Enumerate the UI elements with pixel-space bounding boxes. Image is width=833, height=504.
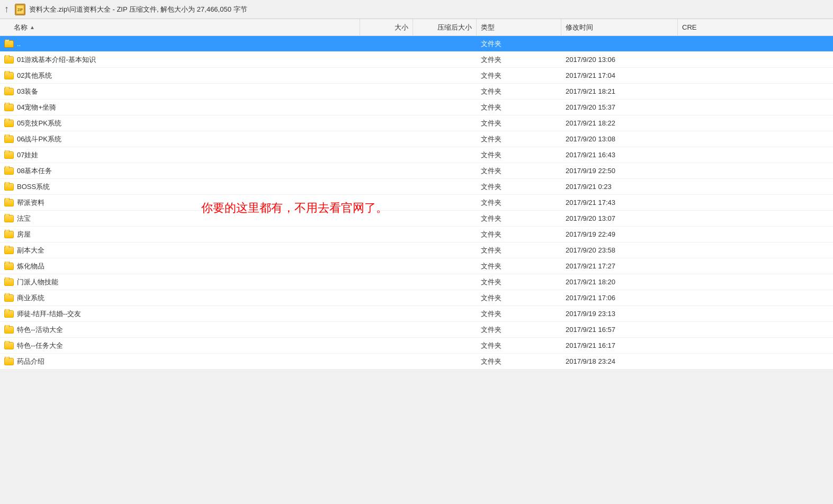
file-name-text: 04宠物+坐骑 bbox=[17, 103, 56, 112]
file-name-cell: 商业系统 bbox=[0, 293, 360, 303]
file-name-cell: .. bbox=[0, 40, 360, 48]
file-name-cell: 07娃娃 bbox=[0, 150, 360, 160]
folder-icon bbox=[4, 151, 14, 159]
file-name-cell: BOSS系统 bbox=[0, 182, 360, 192]
file-name-text: 特色--任务大全 bbox=[17, 341, 63, 350]
file-name-text: BOSS系统 bbox=[17, 182, 50, 192]
table-row[interactable]: 法宝文件夹2017/9/20 13:07 bbox=[0, 211, 833, 227]
file-name-text: 炼化物品 bbox=[17, 262, 44, 271]
col-modified[interactable]: 修改时间 bbox=[561, 19, 678, 35]
table-row[interactable]: 特色--活动大全文件夹2017/9/21 16:57 bbox=[0, 322, 833, 338]
file-type-cell: 文件夹 bbox=[477, 309, 561, 319]
table-row[interactable]: 02其他系统文件夹2017/9/21 17:04 bbox=[0, 68, 833, 84]
file-type-cell: 文件夹 bbox=[477, 87, 561, 96]
file-name-cell: 03装备 bbox=[0, 87, 360, 96]
file-modified-cell: 2017/9/21 16:43 bbox=[561, 151, 678, 159]
table-row[interactable]: 05竞技PK系统文件夹2017/9/21 18:22 bbox=[0, 115, 833, 131]
file-list: ..文件夹01游戏基本介绍-基本知识文件夹2017/9/20 13:0602其他… bbox=[0, 36, 833, 370]
col-crc[interactable]: CRE bbox=[678, 19, 833, 35]
file-name-text: 商业系统 bbox=[17, 293, 44, 303]
table-row[interactable]: 炼化物品文件夹2017/9/21 17:27 bbox=[0, 258, 833, 274]
table-row[interactable]: 08基本任务文件夹2017/9/19 22:50 bbox=[0, 163, 833, 179]
file-type-cell: 文件夹 bbox=[477, 150, 561, 160]
file-type-cell: 文件夹 bbox=[477, 262, 561, 271]
file-type-cell: 文件夹 bbox=[477, 71, 561, 80]
zip-file-icon: ZIP bbox=[15, 4, 25, 15]
table-row[interactable]: 房屋文件夹2017/9/19 22:49 bbox=[0, 227, 833, 242]
table-row[interactable]: BOSS系统文件夹2017/9/21 0:23 bbox=[0, 179, 833, 195]
table-row[interactable]: 04宠物+坐骑文件夹2017/9/20 15:37 bbox=[0, 100, 833, 115]
file-modified-cell: 2017/9/20 15:37 bbox=[561, 103, 678, 111]
file-name-cell: 副本大全 bbox=[0, 246, 360, 255]
file-modified-cell: 2017/9/21 16:57 bbox=[561, 326, 678, 334]
folder-icon bbox=[4, 342, 14, 349]
file-name-cell: 法宝 bbox=[0, 214, 360, 223]
file-type-cell: 文件夹 bbox=[477, 230, 561, 239]
folder-icon bbox=[4, 310, 14, 318]
folder-icon bbox=[4, 278, 14, 286]
table-row[interactable]: 商业系统文件夹2017/9/21 17:06 bbox=[0, 290, 833, 306]
file-name-text: 03装备 bbox=[17, 87, 38, 96]
file-modified-cell: 2017/9/20 13:07 bbox=[561, 214, 678, 222]
table-row[interactable]: 师徒-结拜-结婚--交友文件夹2017/9/19 23:13 bbox=[0, 306, 833, 322]
file-modified-cell: 2017/9/21 18:22 bbox=[561, 119, 678, 127]
table-row[interactable]: 特色--任务大全文件夹2017/9/21 16:17 bbox=[0, 338, 833, 354]
file-type-cell: 文件夹 bbox=[477, 134, 561, 144]
file-modified-cell: 2017/9/21 18:20 bbox=[561, 278, 678, 286]
svg-text:ZIP: ZIP bbox=[17, 7, 23, 11]
file-name-text: 门派人物技能 bbox=[17, 277, 58, 287]
col-type[interactable]: 类型 bbox=[477, 19, 561, 35]
col-size[interactable]: 大小 bbox=[360, 19, 413, 35]
title-bar: ↑ ZIP 资料大全.zip\问道资料大全 - ZIP 压缩文件, 解包大小为 … bbox=[0, 0, 833, 19]
table-row[interactable]: 帮派资料文件夹2017/9/21 17:43 bbox=[0, 195, 833, 211]
file-name-text: 01游戏基本介绍-基本知识 bbox=[17, 55, 96, 65]
file-type-cell: 文件夹 bbox=[477, 293, 561, 303]
folder-icon bbox=[4, 358, 14, 365]
table-row[interactable]: 06战斗PK系统文件夹2017/9/20 13:08 bbox=[0, 131, 833, 147]
file-name-text: 副本大全 bbox=[17, 246, 44, 255]
app-icon: ZIP bbox=[14, 4, 26, 15]
file-name-cell: 炼化物品 bbox=[0, 262, 360, 271]
folder-icon bbox=[4, 56, 14, 64]
table-row[interactable]: 07娃娃文件夹2017/9/21 16:43 bbox=[0, 147, 833, 163]
folder-icon bbox=[4, 231, 14, 238]
file-name-text: 06战斗PK系统 bbox=[17, 134, 61, 144]
folder-icon bbox=[4, 120, 14, 127]
file-modified-cell: 2017/9/19 22:49 bbox=[561, 230, 678, 238]
col-compressed-size[interactable]: 压缩后大小 bbox=[413, 19, 477, 35]
file-name-text: 08基本任务 bbox=[17, 166, 52, 176]
file-name-text: 02其他系统 bbox=[17, 71, 52, 80]
file-type-cell: 文件夹 bbox=[477, 277, 561, 287]
file-name-cell: 师徒-结拜-结婚--交友 bbox=[0, 309, 360, 319]
file-name-text: 药品介绍 bbox=[17, 357, 44, 366]
file-name-cell: 药品介绍 bbox=[0, 357, 360, 366]
table-row[interactable]: 副本大全文件夹2017/9/20 23:58 bbox=[0, 242, 833, 258]
file-type-cell: 文件夹 bbox=[477, 357, 561, 366]
file-type-cell: 文件夹 bbox=[477, 246, 561, 255]
table-row[interactable]: 01游戏基本介绍-基本知识文件夹2017/9/20 13:06 bbox=[0, 52, 833, 68]
back-button[interactable]: ↑ bbox=[4, 4, 9, 15]
file-type-cell: 文件夹 bbox=[477, 325, 561, 335]
folder-icon bbox=[4, 167, 14, 175]
file-type-cell: 文件夹 bbox=[477, 214, 561, 223]
folder-icon bbox=[4, 183, 14, 191]
file-name-cell: 05竞技PK系统 bbox=[0, 119, 360, 128]
file-name-text: 特色--活动大全 bbox=[17, 325, 63, 335]
file-modified-cell: 2017/9/21 17:27 bbox=[561, 262, 678, 270]
file-name-cell: 04宠物+坐骑 bbox=[0, 103, 360, 112]
file-type-cell: 文件夹 bbox=[477, 119, 561, 128]
table-row[interactable]: ..文件夹 bbox=[0, 36, 833, 52]
col-name[interactable]: 名称 ▲ bbox=[0, 19, 360, 35]
file-name-text: .. bbox=[17, 40, 21, 48]
table-row[interactable]: 药品介绍文件夹2017/9/18 23:24 bbox=[0, 354, 833, 370]
file-name-cell: 门派人物技能 bbox=[0, 277, 360, 287]
file-type-cell: 文件夹 bbox=[477, 55, 561, 65]
table-row[interactable]: 03装备文件夹2017/9/21 18:21 bbox=[0, 84, 833, 100]
folder-icon bbox=[4, 294, 14, 302]
file-modified-cell: 2017/9/20 13:06 bbox=[561, 56, 678, 64]
file-name-cell: 帮派资料 bbox=[0, 198, 360, 208]
table-row[interactable]: 门派人物技能文件夹2017/9/21 18:20 bbox=[0, 274, 833, 290]
file-type-cell: 文件夹 bbox=[477, 182, 561, 192]
folder-icon bbox=[4, 72, 14, 79]
file-name-cell: 01游戏基本介绍-基本知识 bbox=[0, 55, 360, 65]
